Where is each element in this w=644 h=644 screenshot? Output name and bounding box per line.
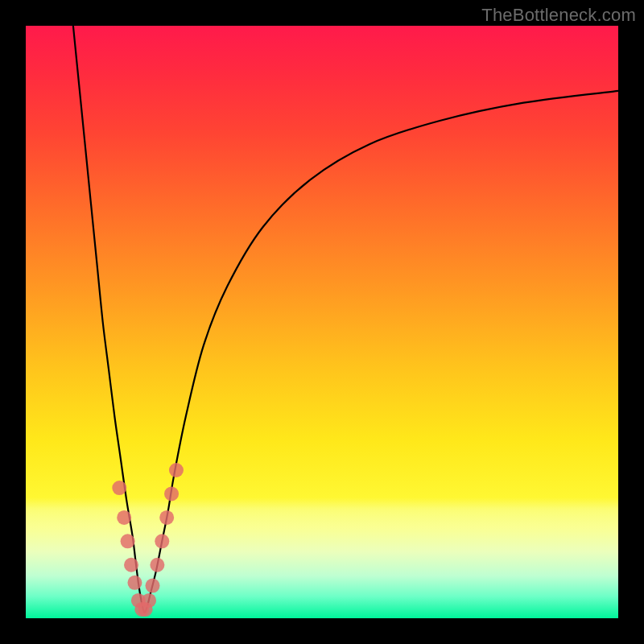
watermark-text: TheBottleneck.com (481, 5, 636, 26)
bottleneck-curve (73, 26, 618, 613)
marker-dot (169, 463, 184, 477)
marker-dot (142, 593, 156, 608)
marker-dot (159, 510, 174, 525)
marker-dot (121, 534, 135, 548)
plot-area (26, 26, 618, 618)
chart-svg (26, 26, 618, 618)
marker-dot (155, 534, 169, 548)
marker-dot (124, 558, 138, 572)
marker-dot (117, 510, 131, 525)
marker-dot (127, 576, 142, 590)
outer-frame: TheBottleneck.com (0, 0, 644, 644)
marker-dot (112, 481, 126, 495)
marker-dot (146, 579, 160, 593)
marker-dot (164, 486, 179, 501)
marker-dot (150, 558, 164, 572)
